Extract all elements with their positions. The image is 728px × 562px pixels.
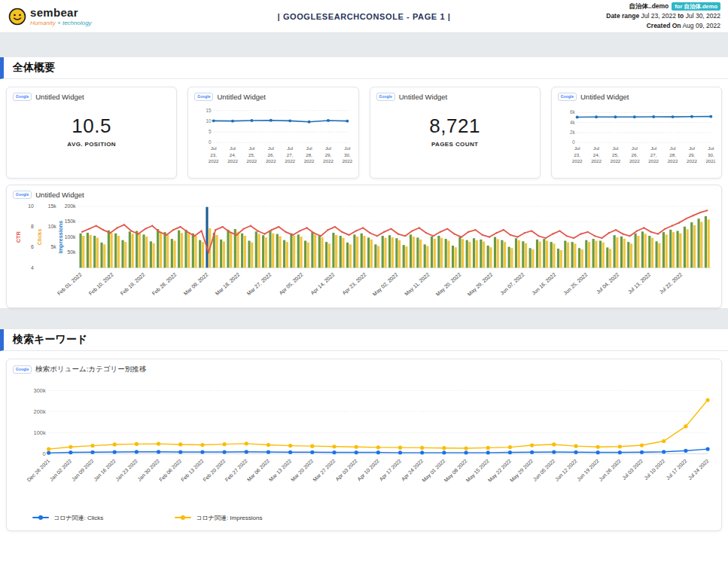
svg-text:2k: 2k — [570, 130, 576, 135]
widget-header: Google Untitled Widget — [13, 93, 170, 101]
brand-logo: sembear Humanity + technology — [8, 7, 92, 26]
svg-text:2022: 2022 — [591, 158, 602, 163]
svg-text:Mar 09, 2022: Mar 09, 2022 — [183, 272, 209, 297]
widget-title: Untitled Widget — [399, 93, 447, 101]
svg-text:Jun 12 2022: Jun 12 2022 — [554, 458, 578, 482]
widget-header: Google Untitled Widget — [558, 93, 715, 101]
svg-text:Jul: Jul — [325, 145, 331, 151]
mini-line-svg: 02k4k6kJul23,2022Jul24,2022Jul25,2022Jul… — [558, 102, 715, 174]
date-range-label: Date range — [606, 12, 639, 20]
svg-text:2022: 2022 — [648, 158, 659, 163]
svg-text:300k: 300k — [34, 387, 46, 394]
svg-text:Jul: Jul — [268, 145, 274, 151]
svg-text:2022: 2022 — [285, 158, 296, 163]
svg-text:6: 6 — [31, 244, 34, 249]
svg-text:8: 8 — [31, 224, 34, 229]
svg-text:Jun 19 2022: Jun 19 2022 — [576, 458, 600, 482]
svg-text:100k: 100k — [34, 429, 46, 436]
combo-chart-svg: 46810CTR5k10k15kClicks50k100k150k200kImp… — [13, 200, 715, 302]
svg-text:4: 4 — [31, 265, 34, 270]
svg-text:Jun 07, 2022: Jun 07, 2022 — [499, 272, 525, 296]
svg-text:26,: 26, — [631, 152, 638, 157]
svg-text:23,: 23, — [574, 152, 580, 157]
mini-line-svg: 051015Jul23,2022Jul24,2022Jul25,2022Jul2… — [194, 102, 352, 174]
google-icon: Google — [13, 93, 32, 101]
svg-text:27,: 27, — [287, 152, 294, 157]
section-title-keywords: 検索キーワード — [0, 329, 728, 351]
spacer — [0, 33, 728, 57]
svg-text:May 02, 2022: May 02, 2022 — [372, 272, 400, 298]
svg-text:Jul: Jul — [574, 145, 580, 151]
svg-text:Jul: Jul — [632, 145, 638, 151]
keywords-section: 検索キーワード Google 検索ボリューム:カテゴリー別推移 0100k200… — [0, 329, 728, 562]
svg-text:2022: 2022 — [266, 158, 276, 163]
pages-count-line-chart: 02k4k6kJul23,2022Jul24,2022Jul25,2022Jul… — [558, 102, 715, 174]
svg-text:Jun 25, 2022: Jun 25, 2022 — [562, 272, 589, 296]
kpi-label-pages-count: PAGES COUNT — [376, 141, 534, 148]
svg-text:Jul: Jul — [249, 145, 255, 151]
svg-text:2022: 2022 — [667, 158, 678, 163]
svg-text:Mar 06 2022: Mar 06 2022 — [246, 458, 271, 483]
keyword-chart-svg: 0100k200k300kDec 26 2021Jan 02 2022Jan 0… — [13, 376, 715, 512]
tagline-humanity: Humanity — [30, 20, 56, 26]
svg-text:2022: 2022 — [323, 158, 334, 163]
date-range-end: Jul 30, 2022 — [686, 12, 720, 20]
svg-text:Apr 03 2022: Apr 03 2022 — [334, 458, 358, 482]
svg-text:2022: 2022 — [227, 158, 238, 163]
svg-text:Jun 05 2022: Jun 05 2022 — [532, 458, 556, 482]
svg-text:Mar 13 2022: Mar 13 2022 — [268, 458, 293, 483]
widget-header: Google 検索ボリューム:カテゴリー別推移 — [13, 365, 715, 374]
svg-text:25,: 25, — [612, 152, 619, 157]
svg-text:Apr 05, 2022: Apr 05, 2022 — [278, 272, 304, 297]
section-title-overview: 全体概要 — [0, 57, 728, 79]
svg-text:Apr 14, 2022: Apr 14, 2022 — [309, 272, 336, 297]
svg-text:Jun 26 2022: Jun 26 2022 — [598, 458, 622, 482]
widget-title: 検索ボリューム:カテゴリー別推移 — [35, 365, 146, 374]
svg-text:29,: 29, — [325, 152, 332, 157]
google-icon: Google — [194, 93, 213, 101]
date-range-line: Date range Jul 23, 2022 to Jul 30, 2022 — [606, 11, 720, 21]
svg-text:2022: 2022 — [247, 158, 257, 163]
svg-text:Jul: Jul — [650, 145, 656, 151]
svg-text:Apr 17 2022: Apr 17 2022 — [379, 458, 403, 482]
svg-text:27,: 27, — [650, 152, 657, 157]
account-line: 自治体..demofor 自治体.demo — [606, 2, 720, 11]
bottom-whitespace — [0, 540, 728, 562]
svg-text:Jul 13, 2022: Jul 13, 2022 — [627, 272, 652, 295]
legend-label-impressions: コロナ関連: Impressions — [196, 514, 262, 522]
created-on-value: Aug 09, 2022 — [682, 22, 720, 29]
svg-text:30,: 30, — [708, 152, 714, 157]
spacer — [0, 317, 728, 329]
svg-text:30,: 30, — [344, 152, 351, 157]
svg-text:0: 0 — [209, 139, 212, 145]
svg-text:May 29 2022: May 29 2022 — [509, 458, 535, 484]
svg-text:2022: 2022 — [304, 158, 315, 163]
svg-text:Jul: Jul — [689, 145, 695, 151]
svg-text:15: 15 — [206, 108, 212, 113]
svg-text:Apr 10 2022: Apr 10 2022 — [356, 458, 380, 482]
account-name: 自治体..demo — [629, 2, 669, 10]
svg-text:Jul: Jul — [593, 145, 599, 151]
svg-text:0: 0 — [572, 139, 575, 145]
svg-text:4k: 4k — [570, 120, 576, 125]
svg-text:Dec 26 2021: Dec 26 2021 — [26, 458, 51, 483]
svg-text:28,: 28, — [669, 152, 676, 157]
svg-text:Jan 23 2022: Jan 23 2022 — [114, 458, 139, 482]
svg-text:6k: 6k — [570, 109, 576, 115]
report-meta: 自治体..demofor 自治体.demo Date range Jul 23,… — [606, 2, 720, 32]
google-icon: Google — [558, 93, 577, 101]
widget-pages-trend: Google Untitled Widget 02k4k6kJul23,2022… — [551, 87, 722, 179]
svg-text:100k: 100k — [65, 234, 76, 240]
svg-text:26,: 26, — [268, 152, 275, 157]
svg-text:2022: 2022 — [572, 158, 583, 163]
svg-text:Jun 16, 2022: Jun 16, 2022 — [531, 272, 557, 296]
svg-text:Jan 09 2022: Jan 09 2022 — [71, 458, 95, 482]
svg-text:Jul: Jul — [669, 145, 675, 151]
svg-text:Feb 19, 2022: Feb 19, 2022 — [120, 272, 146, 297]
kpi-value-avg-position: 10.5 — [13, 115, 170, 138]
avg-position-line-chart: 051015Jul23,2022Jul24,2022Jul25,2022Jul2… — [194, 102, 352, 174]
svg-text:150k: 150k — [65, 218, 76, 224]
svg-text:Jan 02 2022: Jan 02 2022 — [49, 458, 73, 482]
svg-text:Apr 23, 2022: Apr 23, 2022 — [341, 272, 367, 297]
report-header: sembear Humanity + technology | GOOGLESE… — [0, 0, 728, 33]
